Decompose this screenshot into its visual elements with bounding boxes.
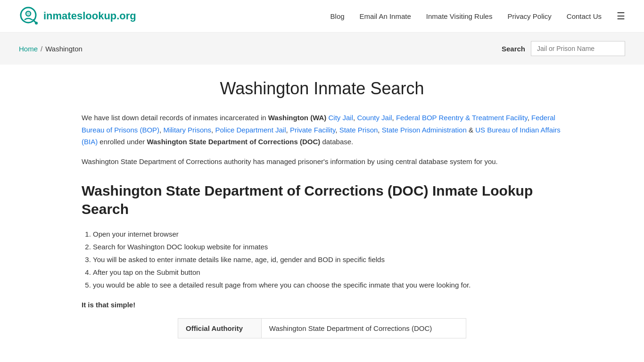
breadcrumb-home[interactable]: Home: [19, 45, 38, 53]
link-police-jail[interactable]: Police Department Jail: [215, 126, 286, 134]
step-4: After you tap on the Submit button: [93, 266, 562, 279]
simple-text: It is that simple!: [82, 301, 562, 309]
authority-text: Washington State Department of Correctio…: [82, 156, 562, 168]
logo-text: inmateslookup.org: [43, 10, 136, 22]
step-2: Search for Washington DOC lookup website…: [93, 240, 562, 253]
link-city-jail[interactable]: City Jail: [329, 114, 354, 122]
intro-suffix-post: database.: [322, 138, 353, 146]
search-area: Search: [502, 41, 625, 56]
nav-contact-us[interactable]: Contact Us: [567, 12, 602, 20]
step-1: Open your internet browser: [93, 228, 562, 240]
step-5: you would be able to see a detailed resu…: [93, 279, 562, 291]
logo[interactable]: inmateslookup.org: [19, 6, 136, 26]
breadcrumb-separator: /: [41, 45, 42, 53]
svg-point-4: [35, 22, 38, 25]
main-content: Washington Inmate Search We have list do…: [63, 65, 581, 353]
link-state-prison[interactable]: State Prison: [339, 126, 378, 134]
intro-suffix-bold: Washington State Department of Correctio…: [147, 138, 320, 146]
table-col1-header: Official Authority: [178, 319, 262, 338]
nav-email-inmate[interactable]: Email An Inmate: [360, 12, 411, 20]
breadcrumb-current: Washington: [45, 45, 83, 53]
main-nav: Blog Email An Inmate Inmate Visiting Rul…: [330, 10, 625, 22]
hamburger-menu[interactable]: ☰: [617, 10, 625, 22]
intro-suffix-pre: enrolled under: [99, 138, 147, 146]
step-3: You will be asked to enter inmate detail…: [93, 253, 562, 266]
page-title: Washington Inmate Search: [82, 79, 562, 99]
intro-prefix: We have list down detail records of inma…: [82, 114, 268, 122]
table-col1-value: Washington State Department of Correctio…: [261, 319, 466, 338]
breadcrumb: Home / Washington: [19, 45, 83, 53]
steps-list: Open your internet browser Search for Wa…: [93, 228, 562, 291]
info-table: Official Authority Washington State Depa…: [178, 318, 466, 338]
intro-paragraph: We have list down detail records of inma…: [82, 112, 562, 148]
svg-point-2: [27, 12, 30, 15]
nav-privacy-policy[interactable]: Privacy Policy: [507, 12, 551, 20]
nav-visiting-rules[interactable]: Inmate Visiting Rules: [426, 12, 493, 20]
logo-icon: [19, 6, 40, 26]
link-private-facility[interactable]: Private Facility: [290, 126, 335, 134]
section-title: Washington State Department of Correctio…: [82, 181, 562, 218]
site-header: inmateslookup.org Blog Email An Inmate I…: [0, 0, 644, 33]
link-military-prisons[interactable]: Military Prisons: [163, 126, 211, 134]
search-label: Search: [502, 45, 525, 53]
link-county-jail[interactable]: County Jail: [357, 114, 392, 122]
table-row: Official Authority Washington State Depa…: [178, 319, 466, 338]
link-state-prison-admin[interactable]: State Prison Administration: [382, 126, 467, 134]
nav-blog[interactable]: Blog: [330, 12, 345, 20]
breadcrumb-bar: Home / Washington Search: [0, 33, 644, 65]
link-federal-bop-reentry[interactable]: Federal BOP Reentry & Treatment Facility: [396, 114, 528, 122]
search-input[interactable]: [531, 41, 625, 56]
intro-state: Washington (WA): [268, 114, 327, 122]
